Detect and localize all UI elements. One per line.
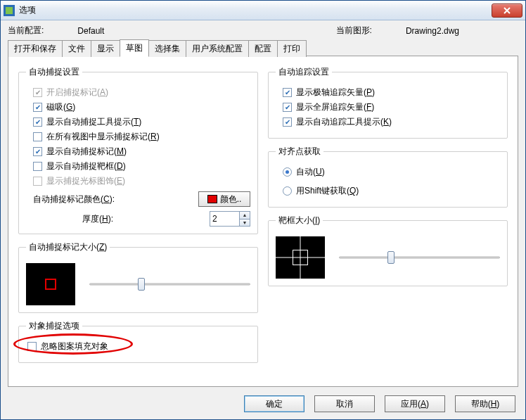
aperture-size-slider[interactable] xyxy=(339,250,500,265)
tab-open-save[interactable]: 打开和保存 xyxy=(8,40,63,57)
ok-button[interactable]: 确定 xyxy=(244,395,304,412)
checkbox-icon xyxy=(33,103,42,112)
drawing-value: Drawing2.dwg xyxy=(406,26,459,36)
checkbox-icon xyxy=(33,117,42,127)
autotrack-group: 自动追踪设置 显示极轴追踪矢量(P) 显示全屏追踪矢量(F) 显示自动追踪工具提… xyxy=(268,66,508,139)
autosnap-showmarker-check[interactable]: 显示自动捕捉标记(M) xyxy=(33,146,250,158)
osnap-options-group: 对象捕捉选项 忽略图案填充对象 xyxy=(18,320,258,363)
config-value: Default xyxy=(77,26,104,36)
header-row: 当前配置: Default 当前图形: Drawing2.dwg xyxy=(1,20,525,39)
autosnap-aperture-check[interactable]: 显示自动捕捉靶框(D) xyxy=(33,160,250,172)
close-icon xyxy=(503,7,511,14)
apply-button[interactable]: 应用(A) xyxy=(385,395,445,412)
checkbox-icon xyxy=(33,132,42,141)
alignment-group: 对齐点获取 自动(U) 用Shift键获取(Q) xyxy=(268,146,508,208)
marker-preview xyxy=(26,263,75,305)
tab-print[interactable]: 打印 xyxy=(277,40,307,57)
aperture-legend: 靶框大小(I) xyxy=(276,215,323,227)
checkbox-icon xyxy=(27,342,37,351)
autosnap-allviews-check[interactable]: 在所有视图中显示捕捉标记(R) xyxy=(33,131,250,143)
spinner-arrows[interactable]: ▲ ▼ xyxy=(239,211,250,227)
marker-size-slider[interactable] xyxy=(89,277,250,291)
tab-files[interactable]: 文件 xyxy=(62,40,91,57)
autosnap-tooltip-check[interactable]: 显示自动捕捉工具提示(T) xyxy=(33,116,250,128)
autosnap-thickness-row: 厚度(H): ▲ ▼ xyxy=(33,211,250,227)
options-dialog: 选项 当前配置: Default 当前图形: Drawing2.dwg 打开和保… xyxy=(0,0,526,420)
color-swatch-icon xyxy=(207,195,217,203)
radio-icon xyxy=(283,167,292,177)
tab-strip: 打开和保存 文件 显示 草图 选择集 用户系统配置 配置 打印 xyxy=(1,39,525,56)
checkbox-icon xyxy=(283,88,292,97)
app-icon xyxy=(4,5,15,16)
checkbox-icon xyxy=(33,177,42,186)
marker-preview-icon xyxy=(45,279,56,290)
autosnap-color-row: 自动捕捉标记颜色(C): 颜色.. xyxy=(33,191,250,207)
align-auto-radio[interactable]: 自动(U) xyxy=(283,166,500,178)
tab-selection[interactable]: 选择集 xyxy=(148,40,186,57)
checkbox-icon xyxy=(33,162,42,171)
autotrack-tooltip-check[interactable]: 显示自动追踪工具提示(K) xyxy=(283,116,500,128)
tab-drafting[interactable]: 草图 xyxy=(120,39,149,57)
titlebar: 选项 xyxy=(1,1,525,20)
autotrack-legend: 自动追踪设置 xyxy=(276,66,332,78)
window-title: 选项 xyxy=(19,4,492,16)
marker-size-legend: 自动捕捉标记大小(Z) xyxy=(26,241,110,253)
dialog-footer: 确定 取消 应用(A) 帮助(H) xyxy=(1,390,525,419)
left-column: 自动捕捉设置 开启捕捉标记(A) 磁吸(G) 显示自动捕捉工具提示(T) xyxy=(18,66,258,381)
autosnap-group: 自动捕捉设置 开启捕捉标记(A) 磁吸(G) 显示自动捕捉工具提示(T) xyxy=(18,66,258,234)
ignore-hatch-check[interactable]: 忽略图案填充对象 xyxy=(27,341,250,352)
aperture-preview-icon xyxy=(293,250,308,265)
close-button[interactable] xyxy=(492,4,522,18)
right-column: 自动追踪设置 显示极轴追踪矢量(P) 显示全屏追踪矢量(F) 显示自动追踪工具提… xyxy=(268,66,508,381)
chevron-up-icon[interactable]: ▲ xyxy=(240,212,250,219)
align-shift-radio[interactable]: 用Shift键获取(Q) xyxy=(283,185,500,197)
radio-icon xyxy=(283,186,292,196)
tab-display[interactable]: 显示 xyxy=(91,40,120,57)
chevron-down-icon[interactable]: ▼ xyxy=(240,219,250,227)
drafting-page: 自动捕捉设置 开启捕捉标记(A) 磁吸(G) 显示自动捕捉工具提示(T) xyxy=(8,56,518,387)
autosnap-color-button[interactable]: 颜色.. xyxy=(198,191,250,207)
thickness-spinner[interactable]: ▲ ▼ xyxy=(210,211,250,227)
fullscreen-vector-check[interactable]: 显示全屏追踪矢量(F) xyxy=(283,101,500,113)
marker-size-group: 自动捕捉标记大小(Z) xyxy=(18,241,258,313)
checkbox-icon xyxy=(283,103,292,112)
checkbox-icon xyxy=(33,88,42,97)
osnap-options-legend: 对象捕捉选项 xyxy=(26,320,82,332)
autosnap-legend: 自动捕捉设置 xyxy=(26,66,82,78)
aperture-size-group: 靶框大小(I) xyxy=(268,215,508,286)
help-button[interactable]: 帮助(H) xyxy=(455,395,515,412)
alignment-legend: 对齐点获取 xyxy=(276,146,323,158)
checkbox-icon xyxy=(33,147,42,156)
polar-vector-check[interactable]: 显示极轴追踪矢量(P) xyxy=(283,87,500,98)
config-label: 当前配置: xyxy=(8,25,44,37)
tab-user-pref[interactable]: 用户系统配置 xyxy=(186,40,249,57)
autosnap-magnet-check[interactable]: 磁吸(G) xyxy=(33,101,250,113)
checkbox-icon xyxy=(283,117,292,127)
tab-profiles[interactable]: 配置 xyxy=(248,40,278,57)
aperture-preview xyxy=(276,236,325,279)
thickness-input[interactable] xyxy=(210,211,239,227)
autosnap-marker-check: 开启捕捉标记(A) xyxy=(33,87,250,98)
cancel-button[interactable]: 取消 xyxy=(314,395,375,412)
autosnap-cursor-decor-check: 显示捕捉光标图饰(E) xyxy=(33,175,250,187)
drawing-label: 当前图形: xyxy=(336,25,372,37)
